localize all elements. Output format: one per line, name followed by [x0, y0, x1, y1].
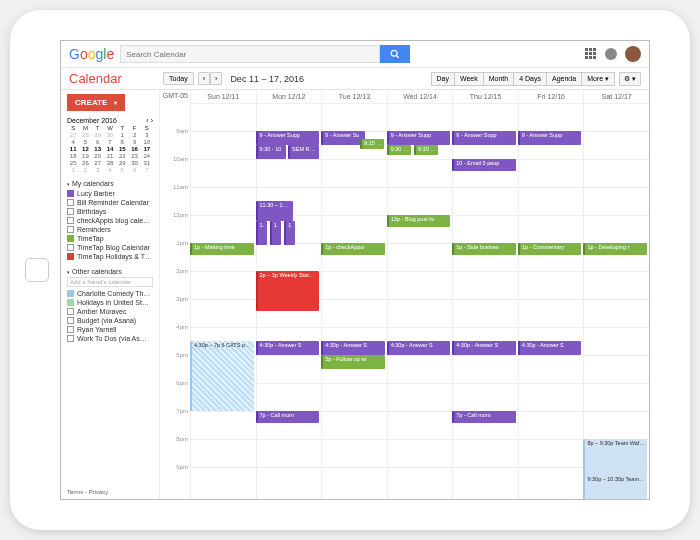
event[interactable]: 11:30 – 12:30p [S] Sean [256, 201, 293, 221]
calendar-item[interactable]: Lucy Barber [67, 189, 153, 198]
next-button[interactable]: › [210, 72, 222, 85]
other-calendars-header[interactable]: Other calendars [67, 268, 153, 275]
event[interactable]: 1 [284, 221, 295, 245]
view-day[interactable]: Day [431, 72, 455, 86]
event[interactable]: 1p - Developing r [583, 243, 647, 255]
event[interactable]: 9:30 - Ci [387, 145, 411, 155]
calendar-item[interactable]: Reminders [67, 225, 153, 234]
event[interactable]: 7p - Call mom [256, 411, 320, 423]
minical-prev[interactable]: ‹ [146, 117, 148, 124]
day-header: Tue 12/13 [321, 90, 387, 103]
view-4days[interactable]: 4 Days [513, 72, 547, 86]
app-title: Calendar [69, 71, 159, 86]
event[interactable]: 9:30 - Fi [414, 145, 438, 155]
event[interactable]: 9 - Answer Supp [452, 131, 516, 145]
calendar-item[interactable]: Budget (via Asana) [67, 316, 153, 325]
today-button[interactable]: Today [163, 72, 194, 85]
mini-calendar[interactable]: SMTWTFS272829301234567891011121314151617… [67, 124, 153, 173]
toolbar: Calendar Today ‹ › Dec 11 – 17, 2016 Day… [61, 68, 649, 90]
event[interactable]: 9:30p – 10:30p Team French Charlotte Com… [583, 475, 647, 499]
search-input[interactable] [120, 45, 380, 63]
calendar-grid: GMT-05Sun 12/11Mon 12/12Tue 12/13Wed 12/… [159, 90, 649, 499]
calendar-item[interactable]: Birthdays [67, 207, 153, 216]
day-header: Wed 12/14 [387, 90, 453, 103]
event[interactable]: 7p - Call mom [452, 411, 516, 423]
calendar-item[interactable]: Holidays in United St… [67, 298, 153, 307]
event[interactable]: 4:30p - Answer S [387, 341, 451, 355]
calendar-item[interactable]: Work To Dos (via As… [67, 334, 153, 343]
calendar-item[interactable]: checkAppts blog cale… [67, 216, 153, 225]
event[interactable]: 10 - Email 5 peop [452, 159, 516, 171]
calendar-item[interactable]: Amber Moravec [67, 307, 153, 316]
calendar-item[interactable]: TimeTap Holidays & T… [67, 252, 153, 261]
event[interactable]: 2p – 3p Weekly Status Meeting [256, 271, 320, 311]
view-more[interactable]: More ▾ [581, 72, 615, 86]
event[interactable]: 9 - Answer Supp [256, 131, 320, 145]
event[interactable]: 9 - Answer Supp [387, 131, 451, 145]
terms-link[interactable]: Terms [67, 489, 83, 495]
calendar-item[interactable]: TimeTap [67, 234, 153, 243]
day-header: Thu 12/15 [452, 90, 518, 103]
svg-line-1 [396, 55, 399, 58]
timezone: GMT-05 [160, 90, 190, 103]
add-calendar-input[interactable]: Add a friend's calendar [67, 277, 153, 287]
home-button[interactable] [25, 258, 49, 282]
event[interactable]: 4:30p - Answer S [256, 341, 320, 355]
event[interactable]: 1p - Making time [190, 243, 254, 255]
create-button[interactable]: CREATE [67, 94, 125, 111]
calendar-item[interactable]: Ryan Yarnell [67, 325, 153, 334]
event[interactable]: 1p - Commentary [518, 243, 582, 255]
my-calendars-header[interactable]: My calendars [67, 180, 153, 187]
event[interactable]: 1p - Side busines [452, 243, 516, 255]
top-bar: Google [61, 41, 649, 68]
day-header: Sat 12/17 [583, 90, 649, 103]
privacy-link[interactable]: Privacy [89, 489, 109, 495]
svg-point-0 [391, 50, 397, 56]
day-header: Sun 12/11 [190, 90, 256, 103]
event[interactable]: 9 - Answer Su [321, 131, 365, 145]
event[interactable]: 9:15 - C [360, 139, 384, 149]
minical-month: December 2016 [67, 117, 146, 124]
event[interactable]: 5p - Follow up wi [321, 355, 385, 369]
event[interactable]: 9:30 - 10 [256, 145, 287, 159]
sidebar: CREATE December 2016‹ › SMTWTFS272829301… [61, 90, 159, 499]
event[interactable]: 12p - Blog post liv [387, 215, 451, 227]
calendar-item[interactable]: Bill Reminder Calendar [67, 198, 153, 207]
event[interactable]: 12 [256, 221, 267, 245]
day-header: Fri 12/16 [518, 90, 584, 103]
calendar-item[interactable]: Charlotte Comedy Th… [67, 289, 153, 298]
view-month[interactable]: Month [483, 72, 514, 86]
prev-button[interactable]: ‹ [198, 72, 210, 85]
view-agenda[interactable]: Agenda [546, 72, 582, 86]
google-logo: Google [69, 46, 114, 62]
event[interactable]: 4:30p – 7p 6 CATS practice [190, 341, 254, 411]
calendar-item[interactable]: TimeTap Blog Calendar [67, 243, 153, 252]
event[interactable]: 1 [270, 221, 281, 245]
event[interactable]: 4:30p - Answer S [452, 341, 516, 355]
event[interactable]: 4:30p - Answer S [518, 341, 582, 355]
apps-icon[interactable] [585, 48, 597, 60]
minical-next[interactable]: › [151, 117, 153, 124]
notifications-icon[interactable] [605, 48, 617, 60]
event[interactable]: 8p – 9:30p Team Waffle Charlotte Comedy … [583, 439, 647, 475]
event[interactable]: SEM Rush [288, 145, 319, 159]
view-week[interactable]: Week [454, 72, 484, 86]
event[interactable]: 9 - Answer Supp [518, 131, 582, 145]
date-range: Dec 11 – 17, 2016 [230, 74, 304, 84]
search-button[interactable] [380, 45, 410, 63]
event[interactable]: 4:30p - Answer S [321, 341, 385, 355]
event[interactable]: 1p - checkAppoi [321, 243, 385, 255]
avatar[interactable] [625, 46, 641, 62]
settings-button[interactable]: ⚙ ▾ [619, 72, 641, 86]
day-header: Mon 12/12 [256, 90, 322, 103]
